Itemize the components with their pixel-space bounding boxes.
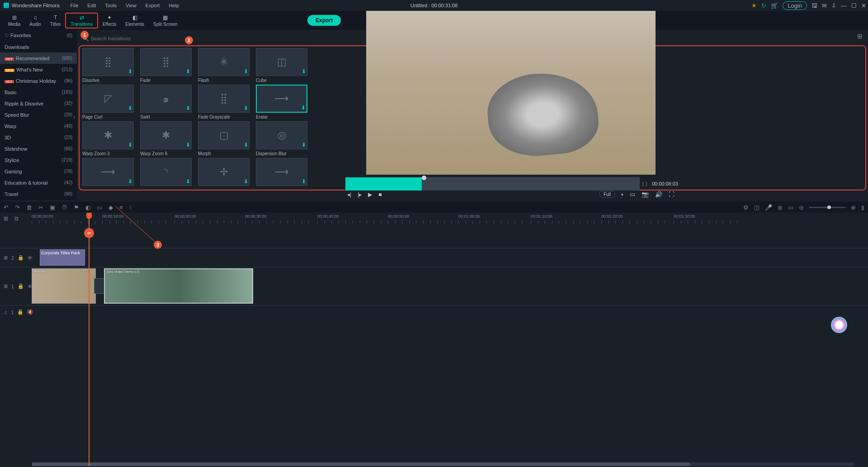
transition-card[interactable]: ◎⬇Dispersion Blur <box>256 121 312 156</box>
greenscreen-icon[interactable]: ▭ <box>97 204 102 211</box>
transition-thumb[interactable]: ▢⬇ <box>198 121 250 149</box>
quality-selector[interactable]: Full <box>599 191 615 198</box>
sidebar-item[interactable]: Stylize(219) <box>0 154 77 166</box>
transition-thumb[interactable]: ⣿⬇ <box>198 85 250 113</box>
zoom-in-icon[interactable]: ⊕ <box>851 204 856 211</box>
download-icon[interactable]: ⬇ <box>302 68 306 75</box>
transition-card[interactable]: ⟶⬇Erase <box>256 85 312 119</box>
transition-card[interactable]: ✢⬇ <box>198 158 254 188</box>
zoom-slider[interactable] <box>809 207 845 208</box>
redo-icon[interactable]: ↷ <box>15 204 20 211</box>
transition-card[interactable]: ◫⬇Cube <box>256 48 312 83</box>
sidebar-item[interactable]: Gaming(79) <box>0 166 77 177</box>
chevron-down-icon[interactable]: ▾ <box>621 192 623 197</box>
tab-transitions[interactable]: ⇄Transitions <box>65 13 98 29</box>
transition-thumb[interactable]: ๑⬇ <box>140 85 192 113</box>
transition-card[interactable]: ✱⬇Warp Zoom 6 <box>140 121 196 156</box>
transition-thumb[interactable]: ⟶⬇ <box>256 85 307 113</box>
download-icon[interactable]: ⇩ <box>831 2 836 9</box>
menu-tools[interactable]: Tools <box>101 2 120 9</box>
cut-icon[interactable]: ✂ <box>38 204 43 211</box>
sidebar-item[interactable]: NEWWhat's New(213) <box>0 64 77 75</box>
keyframe-icon[interactable]: ◆ <box>108 204 113 211</box>
volume-icon[interactable]: 🔊 <box>655 191 662 198</box>
menu-file[interactable]: File <box>67 2 82 9</box>
sidebar-item[interactable]: Basic(183) <box>0 86 77 98</box>
voiceover-icon[interactable]: 🎤 <box>765 204 772 211</box>
sidebar-item[interactable]: 3D(23) <box>0 132 77 143</box>
transition-thumb[interactable]: ⣿⬇ <box>82 48 134 76</box>
login-button[interactable]: Login <box>783 1 807 10</box>
maximize-icon[interactable]: ☐ <box>851 2 857 9</box>
wondershare-float-logo-icon[interactable] <box>831 317 847 333</box>
download-icon[interactable]: ⬇ <box>128 142 132 148</box>
display-icon[interactable]: ▭ <box>630 191 635 198</box>
sidebar-item[interactable]: HOTRecommended(500) <box>0 52 77 64</box>
timeline-scrollbar[interactable] <box>32 462 854 466</box>
sidebar-item[interactable]: Slideshow(66) <box>0 143 77 154</box>
sidebar-item[interactable]: Speed Blur(29) <box>0 109 77 120</box>
sidebar-item[interactable]: Downloads <box>0 41 77 52</box>
menu-help[interactable]: Help <box>165 2 183 9</box>
download-icon[interactable]: ⬇ <box>244 105 248 111</box>
mixer-icon[interactable]: ≣ <box>778 204 783 211</box>
tab-elements[interactable]: ◧Elements <box>121 14 149 28</box>
prev-frame-icon[interactable]: ◂| <box>347 191 351 198</box>
transition-thumb[interactable]: ⣿⬇ <box>140 48 192 76</box>
timeline-ruler[interactable]: 00:00:00:0000:00:10:0000:00:20:0000:00:3… <box>32 213 868 225</box>
lock-icon[interactable]: 🔒 <box>18 283 24 289</box>
export-button[interactable]: Export <box>307 15 341 26</box>
delete-icon[interactable]: 🗑 <box>26 204 32 211</box>
download-icon[interactable]: ⬇ <box>186 105 190 111</box>
track-manage-icon[interactable]: ⊞ <box>4 215 8 222</box>
sidebar-item[interactable]: Travel(98) <box>0 188 77 200</box>
transition-thumb[interactable]: ✱⬇ <box>82 121 134 149</box>
snapshot-icon[interactable]: 📷 <box>642 191 649 198</box>
transition-thumb[interactable]: ◫⬇ <box>256 48 307 76</box>
sidebar-item[interactable]: Warp(49) <box>0 120 77 132</box>
transition-card[interactable]: ⣿⬇Fade Grayscale <box>198 85 254 119</box>
download-icon[interactable]: ⬇ <box>302 178 306 185</box>
lock-icon[interactable]: 🔒 <box>18 255 24 261</box>
tab-titles[interactable]: TTitles <box>46 14 66 28</box>
collapse-sidebar-icon[interactable]: ‹ <box>73 113 75 120</box>
grid-view-icon[interactable]: ⊞ <box>857 33 863 40</box>
transition-card[interactable]: ✱⬇Warp Zoom 3 <box>82 121 138 156</box>
download-icon[interactable]: ⬇ <box>244 142 248 148</box>
menu-view[interactable]: View <box>122 2 140 9</box>
magnet-icon[interactable]: ⧉ <box>14 215 19 222</box>
notification-icon[interactable]: ✉ <box>822 2 827 9</box>
color-icon[interactable]: ◐ <box>85 204 90 211</box>
scissors-icon[interactable]: ✂ <box>84 228 94 238</box>
mask-icon[interactable]: ◫ <box>754 204 760 211</box>
playhead[interactable]: ✂ <box>89 213 90 466</box>
transition-thumb[interactable]: ✢⬇ <box>198 158 250 186</box>
transition-card[interactable]: ๑⬇Swirl <box>140 85 196 119</box>
transition-thumb[interactable]: ✱⬇ <box>140 121 192 149</box>
download-icon[interactable]: ⬇ <box>128 178 132 185</box>
transition-thumb[interactable]: ⟶⬇ <box>256 158 307 186</box>
transition-thumb[interactable]: ◝⬇ <box>140 158 192 186</box>
refresh-icon[interactable]: ↻ <box>761 2 766 9</box>
fullscreen-icon[interactable]: ⛶ <box>669 191 675 198</box>
sidebar-item[interactable]: Education & tutorial(42) <box>0 177 77 188</box>
marker-icon[interactable]: ⚑ <box>74 204 79 211</box>
download-icon[interactable]: ⬇ <box>301 105 306 111</box>
title-clip[interactable]: Corporate Titles Pack <box>40 249 85 266</box>
audio-icon[interactable]: ⦀ <box>129 204 132 211</box>
minimize-icon[interactable]: — <box>841 2 847 9</box>
lightbulb-icon[interactable]: ☀ <box>751 2 757 9</box>
transition-card[interactable]: ◝⬇ <box>140 158 196 188</box>
download-icon[interactable]: ⬇ <box>302 142 306 148</box>
stop-icon[interactable]: ■ <box>378 191 382 198</box>
download-icon[interactable]: ⬇ <box>186 178 190 185</box>
preview-video[interactable] <box>366 11 656 175</box>
video-clip-1[interactable]: Animal <box>32 268 96 304</box>
transition-thumb[interactable]: ✳⬇ <box>198 48 250 76</box>
transition-card[interactable]: ◸⬇Page Curl <box>82 85 138 119</box>
tab-media[interactable]: ⊞Media <box>4 14 25 28</box>
download-icon[interactable]: ⬇ <box>244 68 248 75</box>
transition-card[interactable]: ✳⬇Flash <box>198 48 254 83</box>
zoom-fit-icon[interactable]: ▮ <box>861 204 864 211</box>
close-icon[interactable]: ✕ <box>861 2 866 9</box>
